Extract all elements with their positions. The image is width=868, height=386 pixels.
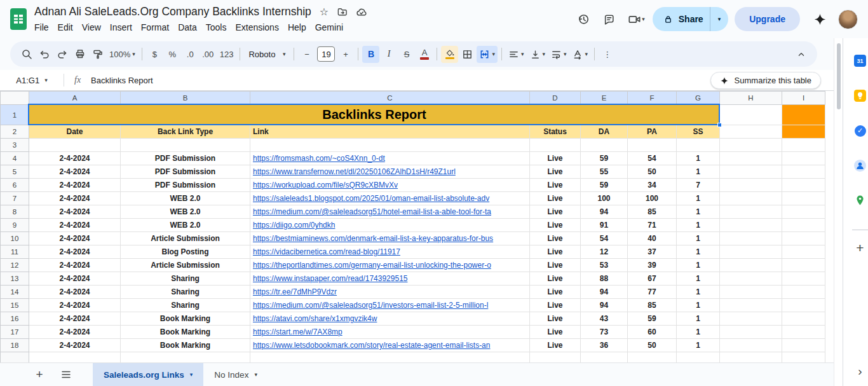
sheet-tab-menu-caret[interactable]: ▾	[254, 372, 257, 378]
empty-cell[interactable]	[782, 245, 825, 259]
pa-cell[interactable]: 37	[628, 245, 677, 259]
da-cell[interactable]: 94	[581, 286, 628, 299]
empty-cell[interactable]	[782, 139, 825, 152]
empty-cell[interactable]	[782, 339, 825, 352]
date-cell[interactable]: 2-4-2024	[29, 312, 121, 326]
row-number[interactable]: 4	[1, 152, 29, 165]
empty-cell[interactable]	[530, 352, 581, 363]
row-number[interactable]: 14	[1, 286, 29, 299]
backlink-url[interactable]: https://diigo.com/0yhdkh	[253, 221, 335, 230]
backlink-url[interactable]: https://workupload.com/file/sQR9cXBMvXv	[253, 181, 398, 190]
empty-cell[interactable]	[121, 139, 250, 152]
row-number[interactable]: 17	[1, 326, 29, 339]
link-cell[interactable]: https://saleleads1.blogspot.com/2025/01/…	[250, 192, 530, 205]
empty-cell[interactable]	[720, 312, 782, 326]
row-number[interactable]: 18	[1, 339, 29, 352]
status-cell[interactable]: Live	[530, 286, 581, 299]
link-cell[interactable]: https://vidacibernetica.com/read-blog/11…	[250, 245, 530, 259]
empty-cell[interactable]	[250, 139, 530, 152]
ss-cell[interactable]: 1	[677, 205, 720, 219]
status-cell[interactable]: Live	[530, 259, 581, 272]
ss-cell[interactable]: 1	[677, 299, 720, 312]
name-box[interactable]: A1:G1 ▾	[0, 70, 64, 90]
menu-insert[interactable]: Insert	[105, 20, 137, 35]
empty-cell[interactable]	[782, 219, 825, 232]
cloud-status-icon[interactable]	[356, 6, 367, 18]
status-cell[interactable]: Live	[530, 219, 581, 232]
ss-cell[interactable]: 1	[677, 259, 720, 272]
status-cell[interactable]: Live	[530, 205, 581, 219]
da-cell[interactable]: 54	[581, 232, 628, 245]
link-cell[interactable]: https://workupload.com/file/sQR9cXBMvXv	[250, 179, 530, 192]
select-all-corner[interactable]	[1, 92, 29, 105]
horizontal-align-button[interactable]: ▾	[506, 46, 527, 63]
menu-tools[interactable]: Tools	[201, 20, 231, 35]
da-cell[interactable]: 100	[581, 192, 628, 205]
pa-cell[interactable]: 77	[628, 286, 677, 299]
status-cell[interactable]: Live	[530, 232, 581, 245]
empty-cell[interactable]	[720, 125, 782, 139]
header-ss[interactable]: SS	[677, 125, 720, 139]
gemini-button[interactable]	[809, 8, 831, 30]
backlink-url[interactable]: https://medium.com/@saleleadsorg51/hotel…	[253, 207, 491, 216]
keep-button[interactable]	[854, 90, 866, 102]
decrease-decimal-button[interactable]: .0	[182, 46, 199, 63]
ss-cell[interactable]: 1	[677, 219, 720, 232]
backlink-type-cell[interactable]: WEB 2.0	[121, 219, 250, 232]
backlink-url[interactable]: https://tr.ee/7dMhP9Vdzr	[253, 287, 337, 296]
empty-cell[interactable]	[121, 352, 250, 363]
menu-file[interactable]: File	[30, 20, 53, 35]
backlink-type-cell[interactable]: PDF Submission	[121, 165, 250, 179]
formula-input[interactable]: Backlinks Report	[91, 76, 153, 85]
link-cell[interactable]: https://diigo.com/0yhdkh	[250, 219, 530, 232]
status-cell[interactable]: Live	[530, 179, 581, 192]
sheet-tab-active[interactable]: Saleleads.org Links ▾	[93, 363, 203, 386]
da-cell[interactable]: 73	[581, 326, 628, 339]
backlink-type-cell[interactable]: PDF Submission	[121, 152, 250, 165]
column-header-g[interactable]: G	[677, 92, 720, 105]
vertical-scrollbar[interactable]	[834, 38, 843, 386]
menu-edit[interactable]: Edit	[53, 20, 78, 35]
backlink-url[interactable]: https://theportlandtimes.com/germany-ema…	[253, 261, 491, 270]
pa-cell[interactable]: 100	[628, 192, 677, 205]
empty-cell[interactable]	[720, 339, 782, 352]
pa-cell[interactable]: 71	[628, 219, 677, 232]
empty-cell[interactable]	[720, 352, 782, 363]
empty-cell[interactable]	[720, 245, 782, 259]
share-dropdown[interactable]: ▾	[710, 7, 729, 31]
empty-cell[interactable]	[720, 105, 782, 125]
backlink-url[interactable]: https://fromsmash.com/~coS4Xnn_0-dt	[253, 154, 385, 163]
date-cell[interactable]: 2-4-2024	[29, 165, 121, 179]
name-box-caret[interactable]: ▾	[44, 78, 48, 83]
orange-cell[interactable]	[782, 125, 825, 139]
menu-view[interactable]: View	[78, 20, 105, 35]
backlink-url[interactable]: https://atavi.com/share/x1xmgvzik4w	[253, 314, 377, 323]
ss-cell[interactable]: 1	[677, 286, 720, 299]
backlink-url[interactable]: https://www.letsdobookmark.com/story/rea…	[253, 341, 490, 350]
da-cell[interactable]: 94	[581, 299, 628, 312]
empty-cell[interactable]	[720, 152, 782, 165]
get-addons-button[interactable]: +	[856, 240, 864, 256]
menu-data[interactable]: Data	[173, 20, 201, 35]
text-rotation-button[interactable]: ▾	[570, 46, 591, 63]
date-cell[interactable]: 2-4-2024	[29, 219, 121, 232]
sheet-tab-menu-caret[interactable]: ▾	[190, 372, 193, 378]
column-header-c[interactable]: C	[250, 92, 530, 105]
date-cell[interactable]: 2-4-2024	[29, 272, 121, 286]
empty-cell[interactable]	[720, 219, 782, 232]
empty-cell[interactable]	[782, 192, 825, 205]
backlink-url[interactable]: https://www.instapaper.com/read/17439295…	[253, 274, 408, 283]
date-cell[interactable]: 2-4-2024	[29, 192, 121, 205]
backlink-type-cell[interactable]: Book Marking	[121, 326, 250, 339]
move-folder-icon[interactable]	[337, 6, 348, 17]
da-cell[interactable]: 55	[581, 165, 628, 179]
empty-cell[interactable]	[628, 352, 677, 363]
backlink-url[interactable]: https://medium.com/@saleleadsorg51/inves…	[253, 301, 488, 310]
backlink-type-cell[interactable]: WEB 2.0	[121, 192, 250, 205]
row-number[interactable]: 3	[1, 139, 29, 152]
row-number[interactable]: 6	[1, 179, 29, 192]
da-cell[interactable]: 59	[581, 152, 628, 165]
row-number[interactable]	[1, 352, 29, 363]
da-cell[interactable]: 88	[581, 272, 628, 286]
text-wrap-button[interactable]: ▾	[548, 46, 569, 63]
